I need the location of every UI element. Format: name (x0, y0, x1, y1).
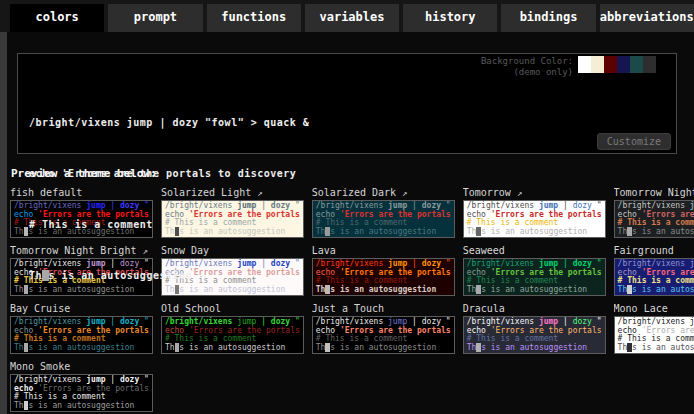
theme-name: Seaweed (463, 245, 505, 256)
theme-line-autosuggestion: This is an autosuggestion (467, 228, 602, 237)
theme-name: Mono Lace (614, 303, 668, 314)
theme-sample-box: /bright/vixens jump | dozy " echo 'Error… (10, 374, 153, 412)
theme-line-autosuggestion: This is an autosuggestion (316, 286, 451, 295)
theme-sample-box: /bright/vixens jump | dozy " echo 'Error… (312, 258, 455, 296)
bg-swatch[interactable] (617, 56, 630, 73)
bg-swatch[interactable] (630, 56, 643, 73)
tab-functions[interactable]: functions (207, 4, 301, 32)
background-color-picker: Background Color: (demo only) (481, 56, 669, 78)
theme-title: Tomorrow ↗ (463, 187, 606, 198)
external-link-icon: ↗ (517, 188, 522, 198)
theme-sample-box: /bright/vixens jump | dozy " echo 'Error… (312, 200, 455, 238)
bg-swatches (578, 56, 669, 73)
theme-line-autosuggestion: This is an autosuggestion (467, 344, 602, 353)
bg-swatch[interactable] (643, 56, 656, 73)
theme-name: Solarized Dark (312, 187, 396, 198)
theme-line-autosuggestion: This is an autosuggestion (618, 344, 694, 353)
bg-swatch[interactable] (578, 56, 591, 73)
theme-name: Tomorrow (463, 187, 511, 198)
theme-title: Mono Smoke (10, 361, 153, 372)
theme-sample-box: /bright/vixens jump | dozy " echo 'Error… (463, 200, 606, 238)
bg-swatch[interactable] (656, 56, 669, 73)
theme-title: Dracula (463, 303, 606, 314)
theme-title: Mono Lace (614, 303, 694, 314)
bg-swatch[interactable] (591, 56, 604, 73)
tab-history[interactable]: history (403, 4, 497, 32)
theme-sample-box: /bright/vixens jump | dozy " echo 'Error… (10, 316, 153, 354)
theme-sample-box: /bright/vixens jump | dozy " echo 'Error… (614, 200, 694, 238)
theme-title: Lava (312, 245, 455, 256)
theme-sample-box: /bright/vixens jump | dozy " echo 'Error… (161, 316, 304, 354)
theme-card[interactable]: Tomorrow Night ↗ /bright/vixens jump | d… (614, 187, 694, 238)
theme-card[interactable]: Solarized Dark ↗ /bright/vixens jump | d… (312, 187, 455, 238)
theme-card[interactable]: Seaweed /bright/vixens jump | dozy " ech… (463, 245, 606, 296)
theme-card[interactable]: Mono Lace /bright/vixens jump | dozy " e… (614, 303, 694, 354)
theme-line-autosuggestion: This is an autosuggestion (14, 344, 149, 353)
theme-line-autosuggestion: This is an autosuggestion (467, 286, 602, 295)
theme-name: Tomorrow Night (614, 187, 694, 198)
theme-name: Lava (312, 245, 336, 256)
terminal-line-autosuggestion: This is an autosuggestion (29, 267, 309, 284)
theme-card[interactable]: Just a Touch /bright/vixens jump | dozy … (312, 303, 455, 354)
theme-name: Dracula (463, 303, 505, 314)
tab-abbreviations[interactable]: abbreviations (600, 4, 694, 32)
theme-sample-box: /bright/vixens jump | dozy " echo 'Error… (463, 258, 606, 296)
theme-title: Seaweed (463, 245, 606, 256)
theme-line-autosuggestion: This is an autosuggestion (618, 286, 694, 295)
theme-line-autosuggestion: This is an autosuggestion (316, 344, 451, 353)
tab-prompt[interactable]: prompt (108, 4, 202, 32)
theme-line-autosuggestion: This is an autosuggestion (316, 228, 451, 237)
theme-title: Fairground (614, 245, 694, 256)
theme-sample-box: /bright/vixens jump | dozy " echo 'Error… (614, 316, 694, 354)
terminal-preview: Background Color: (demo only) /bright/vi… (17, 53, 677, 154)
theme-title: Tomorrow Night ↗ (614, 187, 694, 198)
theme-sample-box: /bright/vixens jump | dozy " echo 'Error… (614, 258, 694, 296)
terminal-line-comment: # This is a comment (29, 216, 309, 233)
terminal-line-command: /bright/vixens jump | dozy "fowl" > quac… (29, 114, 309, 131)
tab-bar: colors prompt functions variables histor… (0, 0, 694, 32)
theme-line-autosuggestion: This is an autosuggestion (14, 402, 149, 411)
background-color-label: Background Color: (demo only) (481, 56, 573, 78)
theme-title: Just a Touch (312, 303, 455, 314)
terminal-sample-text: /bright/vixens jump | dozy "fowl" > quac… (29, 80, 309, 318)
theme-card[interactable]: Dracula /bright/vixens jump | dozy " ech… (463, 303, 606, 354)
theme-title: Solarized Dark ↗ (312, 187, 455, 198)
theme-card[interactable]: Mono Smoke /bright/vixens jump | dozy " … (10, 361, 153, 412)
tab-colors[interactable]: colors (10, 4, 104, 32)
theme-name: Mono Smoke (10, 361, 70, 372)
theme-card[interactable]: Lava /bright/vixens jump | dozy " echo '… (312, 245, 455, 296)
theme-line-autosuggestion: This is an autosuggestion (165, 344, 300, 353)
theme-sample-box: /bright/vixens jump | dozy " echo 'Error… (312, 316, 455, 354)
tab-bindings[interactable]: bindings (501, 4, 595, 32)
theme-card[interactable]: Fairground /bright/vixens jump | dozy " … (614, 245, 694, 296)
theme-card[interactable]: Tomorrow ↗ /bright/vixens jump | dozy " … (463, 187, 606, 238)
theme-sample-box: /bright/vixens jump | dozy " echo 'Error… (463, 316, 606, 354)
terminal-line-echo: echo 'Errors are the portals to discover… (29, 165, 309, 182)
theme-line-autosuggestion: This is an autosuggestion (618, 228, 694, 237)
external-link-icon: ↗ (402, 188, 407, 198)
customize-button[interactable]: Customize (597, 133, 671, 150)
theme-name: Just a Touch (312, 303, 384, 314)
tab-variables[interactable]: variables (305, 4, 399, 32)
theme-name: Fairground (614, 245, 674, 256)
bg-swatch[interactable] (604, 56, 617, 73)
